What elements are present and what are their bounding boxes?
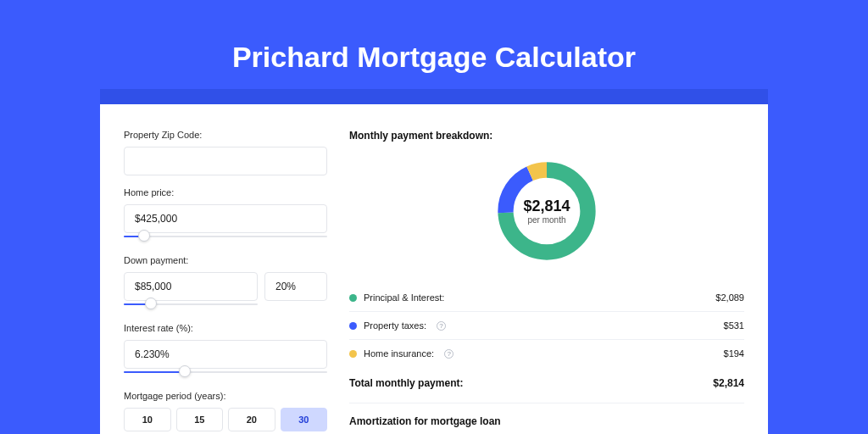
legend-label: Principal & Interest: bbox=[364, 292, 444, 303]
slider-thumb[interactable] bbox=[138, 230, 150, 242]
info-icon[interactable]: ? bbox=[437, 321, 446, 331]
zip-input[interactable] bbox=[124, 147, 327, 175]
total-value: $2,814 bbox=[713, 377, 744, 389]
rate-group: Interest rate (%): bbox=[124, 323, 327, 379]
period-button-20[interactable]: 20 bbox=[228, 408, 275, 431]
page-background: Prichard Mortgage Calculator Property Zi… bbox=[0, 0, 868, 434]
legend-value: $194 bbox=[724, 348, 744, 359]
donut-center: $2,814 per month bbox=[492, 157, 601, 265]
down-label: Down payment: bbox=[124, 255, 327, 265]
legend-value: $531 bbox=[724, 320, 744, 331]
amortization-title: Amortization for mortgage loan bbox=[349, 415, 744, 427]
period-button-15[interactable]: 15 bbox=[176, 408, 224, 431]
legend-row: Home insurance:?$194 bbox=[349, 340, 744, 367]
down-slider[interactable] bbox=[124, 301, 258, 311]
period-button-30[interactable]: 30 bbox=[281, 408, 328, 431]
slider-fill bbox=[124, 371, 185, 373]
rate-slider[interactable] bbox=[124, 369, 327, 379]
legend-row: Property taxes:?$531 bbox=[349, 312, 744, 340]
legend-row: Principal & Interest:$2,089 bbox=[349, 284, 744, 312]
legend-dot bbox=[349, 350, 357, 358]
inputs-column: Property Zip Code: Home price: Down paym… bbox=[124, 130, 327, 434]
price-input[interactable] bbox=[124, 204, 327, 233]
total-label: Total monthly payment: bbox=[349, 377, 463, 389]
legend-dot bbox=[349, 294, 357, 302]
breakdown-column: Monthly payment breakdown: $2,814 per mo… bbox=[349, 130, 744, 434]
tab-strip bbox=[100, 89, 768, 104]
rate-input[interactable] bbox=[124, 340, 327, 369]
price-slider[interactable] bbox=[124, 233, 327, 243]
period-label: Mortgage period (years): bbox=[124, 391, 327, 401]
legend-dot bbox=[349, 322, 357, 330]
price-group: Home price: bbox=[124, 187, 327, 243]
period-button-10[interactable]: 10 bbox=[124, 408, 171, 431]
legend-value: $2,089 bbox=[715, 292, 744, 303]
zip-group: Property Zip Code: bbox=[124, 130, 327, 175]
legend-label: Home insurance: bbox=[364, 348, 434, 359]
price-label: Home price: bbox=[124, 187, 327, 198]
total-row: Total monthly payment: $2,814 bbox=[349, 367, 744, 403]
donut-chart: $2,814 per month bbox=[492, 157, 601, 265]
slider-thumb[interactable] bbox=[179, 365, 191, 377]
calculator-card: Property Zip Code: Home price: Down paym… bbox=[100, 104, 768, 434]
page-title: Prichard Mortgage Calculator bbox=[0, 0, 868, 89]
info-icon[interactable]: ? bbox=[444, 349, 453, 359]
rate-label: Interest rate (%): bbox=[124, 323, 327, 333]
down-amount-input[interactable] bbox=[124, 272, 258, 301]
legend-label: Property taxes: bbox=[364, 320, 426, 331]
period-buttons: 10152030 bbox=[124, 408, 327, 431]
period-group: Mortgage period (years): 10152030 bbox=[124, 391, 327, 431]
legend: Principal & Interest:$2,089Property taxe… bbox=[349, 284, 744, 367]
zip-label: Property Zip Code: bbox=[124, 130, 327, 140]
amortization-section: Amortization for mortgage loan Amortizat… bbox=[349, 403, 744, 434]
slider-thumb[interactable] bbox=[145, 298, 157, 309]
breakdown-title: Monthly payment breakdown: bbox=[349, 130, 744, 142]
donut-sub: per month bbox=[527, 215, 565, 225]
down-percent-input[interactable] bbox=[264, 272, 327, 301]
donut-wrap: $2,814 per month bbox=[349, 157, 744, 265]
slider-track bbox=[124, 236, 327, 237]
down-group: Down payment: bbox=[124, 255, 327, 311]
donut-amount: $2,814 bbox=[523, 198, 570, 215]
